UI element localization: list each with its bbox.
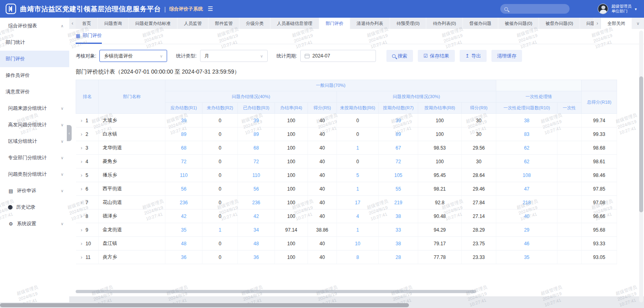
save-results-button[interactable]: ☑ 保存结果 xyxy=(418,50,455,62)
value-cell[interactable]: 40 xyxy=(496,209,557,223)
value-cell[interactable]: 46 xyxy=(496,237,557,251)
expand-row-icon[interactable]: › xyxy=(81,227,83,233)
user-info[interactable]: 超级管理员 单位部门 xyxy=(611,4,632,14)
expand-row-icon[interactable]: › xyxy=(81,145,83,151)
tab-人员基础信息管理[interactable]: 人员基础信息管理 xyxy=(270,18,319,29)
value-cell[interactable]: 89 xyxy=(238,127,275,141)
value-cell[interactable]: 39 xyxy=(379,114,418,127)
page-horizontal-scrollbar[interactable] xyxy=(0,303,409,307)
page-vscroll-thumb[interactable] xyxy=(639,76,643,212)
expand-row-icon[interactable]: › xyxy=(81,200,83,205)
sidebar-item-历史记录[interactable]: 历史记录 xyxy=(0,199,69,216)
value-cell[interactable]: 105 xyxy=(379,168,418,182)
value-cell[interactable]: 68 xyxy=(165,141,202,155)
sidebar-item-问题类别分组统计[interactable]: 问题类别分组统计∨ xyxy=(0,166,69,183)
value-cell[interactable]: 72 xyxy=(379,155,418,168)
value-cell[interactable]: 72 xyxy=(238,155,275,168)
value-cell[interactable]: 1 xyxy=(337,141,379,155)
expand-row-icon[interactable]: › xyxy=(81,214,83,219)
value-cell[interactable]: 83 xyxy=(496,127,557,141)
value-cell[interactable]: 35 xyxy=(496,251,557,264)
value-cell[interactable]: 48 xyxy=(238,237,275,251)
value-cell[interactable]: 36 xyxy=(165,251,202,264)
tab-首页[interactable]: 首页 xyxy=(76,18,98,29)
stat-type-select[interactable]: 月 ∨ xyxy=(200,50,268,62)
search-button[interactable]: 搜索 xyxy=(386,50,413,62)
close-all-tabs-button[interactable]: 全部关闭 xyxy=(601,18,632,29)
tab-问题查询[interactable]: 问题查询 xyxy=(98,18,129,29)
tab-部门评价[interactable]: 部门评价 xyxy=(319,18,350,29)
tab-被督办问题(0)[interactable]: 被督办问题(0) xyxy=(539,18,580,29)
value-cell[interactable]: 72 xyxy=(165,155,202,168)
expand-row-icon[interactable]: › xyxy=(81,186,83,192)
value-cell[interactable]: 1 xyxy=(337,223,379,237)
value-cell[interactable]: 67 xyxy=(379,141,418,155)
avatar[interactable] xyxy=(598,4,608,14)
value-cell[interactable]: 89 xyxy=(379,127,418,141)
expand-row-icon[interactable]: › xyxy=(81,241,83,246)
tab-问题[interactable]: 问题 xyxy=(580,18,594,29)
value-cell[interactable]: 47 xyxy=(496,182,557,196)
value-cell[interactable]: 39 xyxy=(165,114,202,127)
tab-被催办问题(0)[interactable]: 被催办问题(0) xyxy=(498,18,539,29)
expand-row-icon[interactable]: › xyxy=(81,118,83,123)
value-cell[interactable]: 236 xyxy=(238,196,275,209)
value-cell[interactable]: 110 xyxy=(165,168,202,182)
tab-scroll-left-icon[interactable]: ‹ xyxy=(69,18,76,29)
value-cell[interactable]: 42 xyxy=(165,209,202,223)
tab-部件监管[interactable]: 部件监管 xyxy=(208,18,239,29)
clear-cache-button[interactable]: 清理缓存 xyxy=(491,50,522,62)
user-caret-icon[interactable]: ▾ xyxy=(635,7,637,11)
expand-row-icon[interactable]: › xyxy=(81,159,83,164)
value-cell[interactable]: 10 xyxy=(337,237,379,251)
sidebar-item-综合评价报表[interactable]: 综合评价报表∧ xyxy=(0,18,69,34)
sidebar-item-高发问题分组统计[interactable]: 高发问题分组统计∨ xyxy=(0,117,69,133)
value-cell[interactable]: 89 xyxy=(165,127,202,141)
stat-period-date-input[interactable]: 2024-07 xyxy=(300,50,376,62)
tab-options-caret-icon[interactable]: ∨ xyxy=(632,18,644,29)
value-cell[interactable]: 35 xyxy=(165,223,202,237)
expand-row-icon[interactable]: › xyxy=(81,131,83,137)
menu-icon[interactable]: ☰ xyxy=(208,5,213,12)
value-cell[interactable]: 1 xyxy=(202,223,238,237)
value-cell[interactable]: 8 xyxy=(337,251,379,264)
value-cell[interactable]: 62 xyxy=(496,141,557,155)
sidebar-item-问题来源分组统计[interactable]: 问题来源分组统计∨ xyxy=(0,100,69,117)
page-tab-department-evaluation[interactable]: ▦ 部门评价 xyxy=(76,32,102,44)
sidebar-item-部门评价[interactable]: 部门评价 xyxy=(0,51,69,67)
value-cell[interactable]: 33 xyxy=(379,223,418,237)
value-cell[interactable]: 56 xyxy=(165,182,202,196)
value-cell[interactable]: 38 xyxy=(496,114,557,127)
tab-问题处置办结标准[interactable]: 问题处置办结标准 xyxy=(129,18,178,29)
value-cell[interactable]: 42 xyxy=(238,209,275,223)
value-cell[interactable]: 1 xyxy=(337,182,379,196)
value-cell[interactable]: 110 xyxy=(238,168,275,182)
expand-row-icon[interactable]: › xyxy=(81,255,83,260)
expand-row-icon[interactable]: › xyxy=(81,172,83,178)
sidebar-item-部门统计[interactable]: 部门统计 xyxy=(0,34,69,51)
sidebar-item-满意度评价[interactable]: 满意度评价 xyxy=(0,84,69,100)
tab-分级分类[interactable]: 分级分类 xyxy=(239,18,270,29)
sidebar-item-系统设置[interactable]: ⚙系统设置∨ xyxy=(0,216,69,232)
value-cell[interactable]: 38 xyxy=(379,209,418,223)
value-cell[interactable]: 38 xyxy=(379,237,418,251)
value-cell[interactable]: 39 xyxy=(238,114,275,127)
value-cell[interactable]: 218 xyxy=(496,196,557,209)
assess-target-select[interactable]: 乡镇街道评价 ∨ xyxy=(99,50,167,62)
value-cell[interactable]: 55 xyxy=(379,182,418,196)
value-cell[interactable]: 236 xyxy=(165,196,202,209)
value-cell[interactable]: 48 xyxy=(165,237,202,251)
sidebar-item-评价申诉[interactable]: ▤评价申诉∨ xyxy=(0,183,69,199)
value-cell[interactable]: 56 xyxy=(238,182,275,196)
value-cell[interactable]: 28 xyxy=(379,251,418,264)
sidebar-collapse-handle[interactable]: ‹ xyxy=(67,125,72,141)
sidebar-item-操作员评价[interactable]: 操作员评价 xyxy=(0,67,69,84)
value-cell[interactable]: 68 xyxy=(238,141,275,155)
tab-清退待办列表[interactable]: 清退待办列表 xyxy=(350,18,390,29)
tab-scroll-right-icon[interactable]: › xyxy=(594,18,601,29)
value-cell[interactable]: 5 xyxy=(337,168,379,182)
value-cell[interactable]: 108 xyxy=(496,168,557,182)
table-horizontal-scrollbar[interactable] xyxy=(76,290,617,293)
tab-人员监管[interactable]: 人员监管 xyxy=(178,18,208,29)
table-hscroll-thumb[interactable] xyxy=(76,290,476,293)
